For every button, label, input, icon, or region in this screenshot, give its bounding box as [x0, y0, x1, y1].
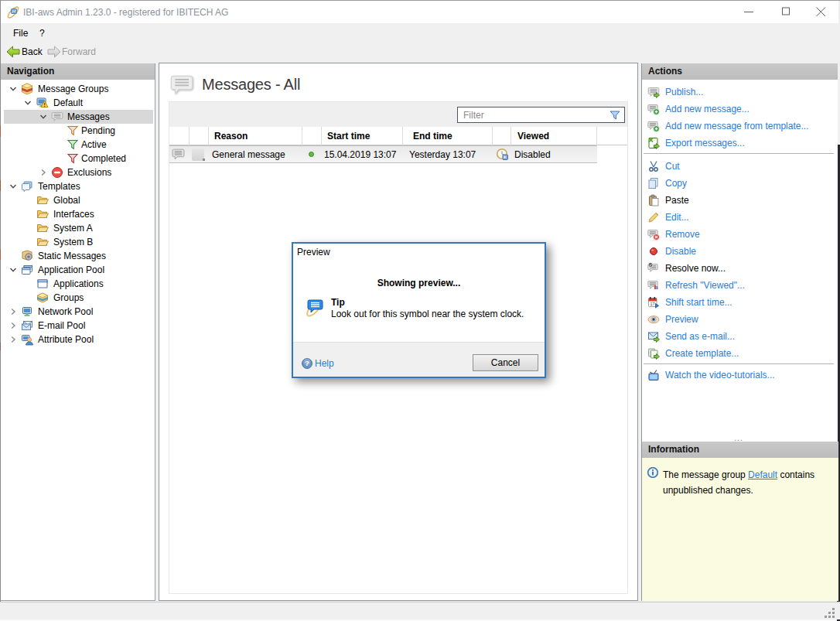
- svg-text:17: 17: [650, 302, 654, 306]
- svg-text:?: ?: [305, 359, 309, 367]
